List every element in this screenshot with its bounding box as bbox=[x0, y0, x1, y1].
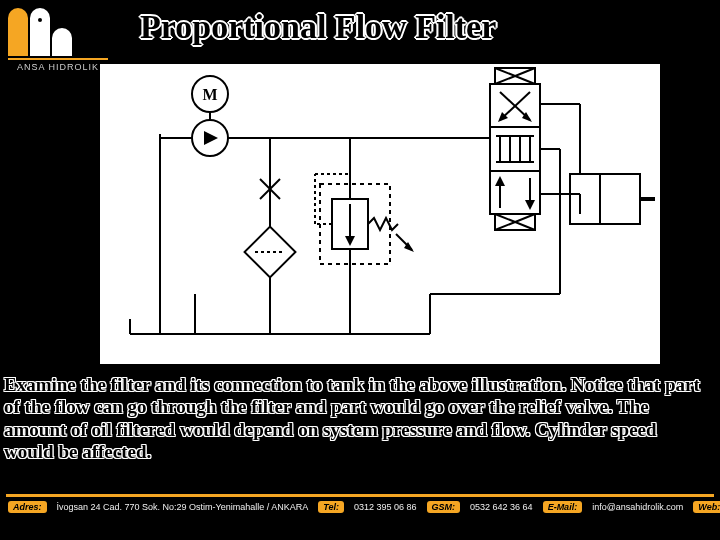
footer-phone: 0312 395 06 86 bbox=[354, 502, 417, 512]
svg-marker-54 bbox=[495, 176, 505, 186]
svg-marker-56 bbox=[525, 200, 535, 210]
footer-email: info@ansahidrolik.com bbox=[592, 502, 683, 512]
body-paragraph: Examine the filter and its connection to… bbox=[4, 374, 710, 464]
svg-marker-27 bbox=[345, 236, 355, 246]
footer-web-label: Web: bbox=[693, 501, 720, 513]
hydraulic-schematic: M bbox=[100, 64, 660, 364]
footer: Adres: İvogsan 24 Cad. 770 Sok. No:29 Os… bbox=[0, 494, 720, 540]
brand-logo: ANSA HIDROLIK bbox=[8, 8, 108, 78]
footer-email-label: E-Mail: bbox=[543, 501, 583, 513]
footer-address: İvogsan 24 Cad. 770 Sok. No:29 Ostim-Yen… bbox=[57, 502, 309, 512]
footer-address-label: Adres: bbox=[8, 501, 47, 513]
svg-text:M: M bbox=[202, 86, 217, 103]
brand-name: ANSA HIDROLIK bbox=[8, 62, 108, 72]
footer-phone-label: Tel: bbox=[318, 501, 344, 513]
page-title: Proportional Flow Filter bbox=[140, 8, 700, 46]
footer-fax: 0532 642 36 64 bbox=[470, 502, 533, 512]
svg-marker-11 bbox=[204, 131, 218, 145]
svg-rect-34 bbox=[490, 84, 540, 214]
footer-fax-label: GSM: bbox=[427, 501, 461, 513]
